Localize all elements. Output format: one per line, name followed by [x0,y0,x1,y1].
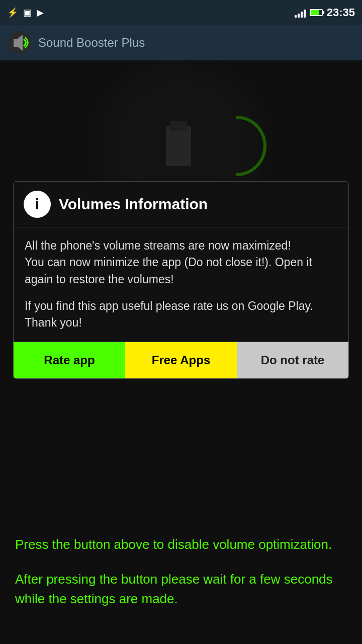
dialog-body-text1: All the phone's volume streams are now m… [25,237,337,288]
app-title: Sound Booster Plus [38,36,145,50]
dialog: i Volumes Information All the phone's vo… [13,181,349,379]
status-icons-right: 23:35 [295,6,355,19]
dialog-title: Volumes Information [59,196,208,213]
info-icon: i [24,191,51,218]
content-area: i Volumes Information All the phone's vo… [0,60,362,379]
rate-app-button[interactable]: Rate app [14,342,125,378]
app-header: Sound Booster Plus [0,25,362,60]
image-icon: ▣ [23,7,32,18]
app-icon [8,31,31,54]
status-icons-left: ⚡ ▣ ▶ [7,7,44,18]
dialog-footer: Rate app Free Apps Do not rate [14,342,348,378]
battery-icon [310,9,323,16]
dialog-body: All the phone's volume streams are now m… [14,227,348,342]
usb-icon: ⚡ [7,7,18,18]
svg-marker-2 [14,35,23,51]
free-apps-button[interactable]: Free Apps [125,342,237,378]
bottom-line2: After pressing the button please wait fo… [15,570,347,609]
bottom-text: Press the button above to disable volume… [0,520,362,644]
signal-icon [295,8,306,18]
do-not-rate-button[interactable]: Do not rate [237,342,348,378]
bottom-line1: Press the button above to disable volume… [15,535,347,554]
status-bar: ⚡ ▣ ▶ 23:35 [0,0,362,25]
play-icon: ▶ [37,7,44,18]
status-time: 23:35 [327,6,355,19]
dialog-header: i Volumes Information [14,182,348,227]
dialog-body-text2: If you find this app useful please rate … [25,298,337,332]
